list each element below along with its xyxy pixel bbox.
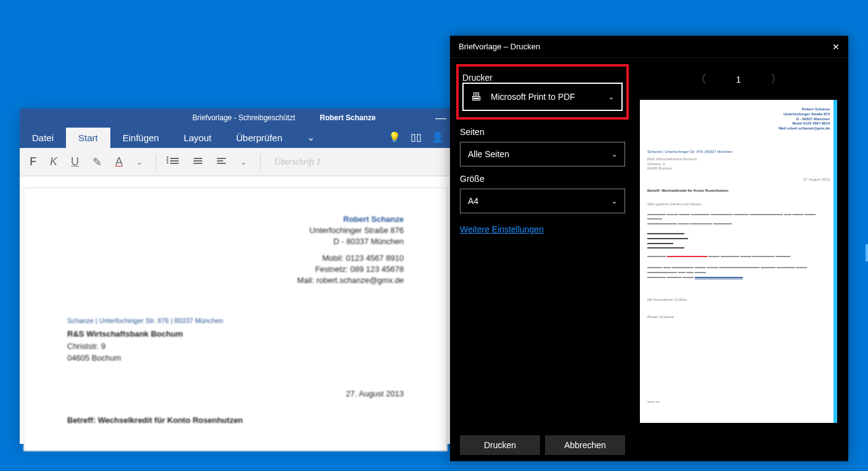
sender-address-1: Unterfochinger Straße 876 [67, 225, 404, 236]
print-dialog: Briefvorlage – Drucken ✕ Drucker 🖶 Micro… [450, 36, 848, 461]
recipient-street: Christstr. 9 [67, 340, 404, 353]
sender-name: Robert Schanze [67, 214, 404, 225]
recipient-city: 04605 Bochum [67, 352, 404, 364]
close-icon[interactable]: ✕ [832, 42, 840, 52]
pages-label: Seiten [460, 127, 625, 137]
printer-select[interactable]: 🖶 Microsoft Print to PDF ⌄ [462, 83, 623, 111]
bullet-list-button[interactable] [170, 155, 180, 168]
highlight-button[interactable]: ✎ [92, 155, 102, 169]
dialog-title-bar: Briefvorlage – Drucken ✕ [450, 36, 848, 58]
tab-datei[interactable]: Datei [20, 128, 66, 148]
printer-value: Microsoft Print to PDF [491, 92, 575, 102]
letter-date: 27. August 2013 [67, 389, 404, 398]
window-minimize-icon[interactable]: — [435, 115, 446, 121]
align-button[interactable] [217, 155, 227, 168]
print-button[interactable]: Drucken [460, 435, 540, 455]
size-select[interactable]: A4 ⌄ [460, 189, 625, 213]
preview-scroll-accent [833, 100, 837, 423]
cancel-button[interactable]: Abbrechen [545, 435, 625, 455]
share-icon[interactable]: 👤 [432, 131, 444, 143]
more-settings-link[interactable]: Weitere Einstellungen [460, 224, 625, 234]
sender-phone: Festnetz: 089 123 45678 [67, 264, 404, 275]
numbered-list-button[interactable] [194, 155, 203, 168]
separator [260, 154, 261, 170]
print-options-panel: Drucker 🖶 Microsoft Print to PDF ⌄ Seite… [450, 58, 635, 429]
printer-label: Drucker [462, 73, 623, 83]
tell-me-icon[interactable]: 💡 [388, 131, 401, 143]
letter-subject: Betreff: Wechselkredit für Konto Rosenhu… [67, 416, 404, 425]
printer-highlight-annotation: Drucker 🖶 Microsoft Print to PDF ⌄ [456, 64, 629, 120]
word-window: Briefvorlage - Schreibgeschützt Robert S… [20, 109, 451, 444]
printer-icon: 🖶 [471, 91, 482, 104]
ribbon-tabs: Datei Start Einfügen Layout Überprüfen ⌄… [20, 127, 451, 148]
ribbon-toolbar: F K U ✎ A ⌄ ⌄ Überschrift 1 [20, 148, 451, 176]
dialog-title: Briefvorlage – Drucken [459, 42, 540, 51]
dialog-footer: Drucken Abbrechen [450, 429, 848, 461]
recipient-name: R&S Wirtschaftsbank Bochum [67, 328, 404, 340]
size-label: Größe [460, 174, 625, 184]
page-preview: Robert SchanzeUnterfochinger Straße 876D… [640, 100, 837, 423]
para-more-icon[interactable]: ⌄ [240, 158, 247, 166]
page-navigator: 〈 1 〉 [640, 70, 837, 88]
page-number: 1 [736, 74, 741, 84]
pages-select[interactable]: Alle Seiten ⌄ [460, 142, 625, 166]
font-more-icon[interactable]: ⌄ [136, 158, 142, 166]
sender-mail: Mail: robert.schanze@gmx.de [67, 275, 404, 286]
font-color-button[interactable]: A [115, 155, 123, 168]
print-preview-panel: 〈 1 〉 Robert SchanzeUnterfochinger Straß… [635, 58, 848, 429]
document-title: Briefvorlage - Schreibgeschützt [192, 113, 295, 122]
tab-overflow[interactable]: ⌄ [295, 127, 327, 148]
word-title-bar: Briefvorlage - Schreibgeschützt Robert S… [20, 109, 451, 127]
taskbar-accent [866, 244, 868, 261]
sender-address-2: D - 80337 München [67, 236, 404, 247]
size-value: A4 [468, 196, 478, 206]
next-page-icon[interactable]: 〉 [771, 72, 782, 86]
tab-start[interactable]: Start [66, 128, 110, 148]
chevron-down-icon: ⌄ [612, 197, 617, 205]
chevron-down-icon: ⌄ [608, 93, 614, 101]
tab-einfuegen[interactable]: Einfügen [110, 128, 171, 148]
chevron-down-icon: ⌄ [612, 150, 617, 158]
sender-mobile: Mobil: 0123 4567 8910 [67, 253, 404, 264]
pages-value: Alle Seiten [468, 149, 509, 159]
bold-button[interactable]: F [30, 155, 36, 168]
separator [156, 154, 157, 170]
prev-page-icon[interactable]: 〈 [695, 72, 706, 86]
underline-button[interactable]: U [71, 155, 79, 168]
reading-view-icon[interactable]: ▯▯ [411, 131, 422, 143]
document-page: Robert Schanze Unterfochinger Straße 876… [23, 187, 448, 451]
sender-line: Schanze | Unterfochinger Str. 876 | 8033… [67, 317, 404, 324]
style-picker[interactable]: Überschrift 1 [274, 157, 321, 167]
italic-button[interactable]: K [50, 155, 57, 168]
tab-layout[interactable]: Layout [171, 128, 224, 148]
tab-ueberpruefen[interactable]: Überprüfen [224, 128, 295, 148]
user-name: Robert Schanze [320, 113, 376, 122]
